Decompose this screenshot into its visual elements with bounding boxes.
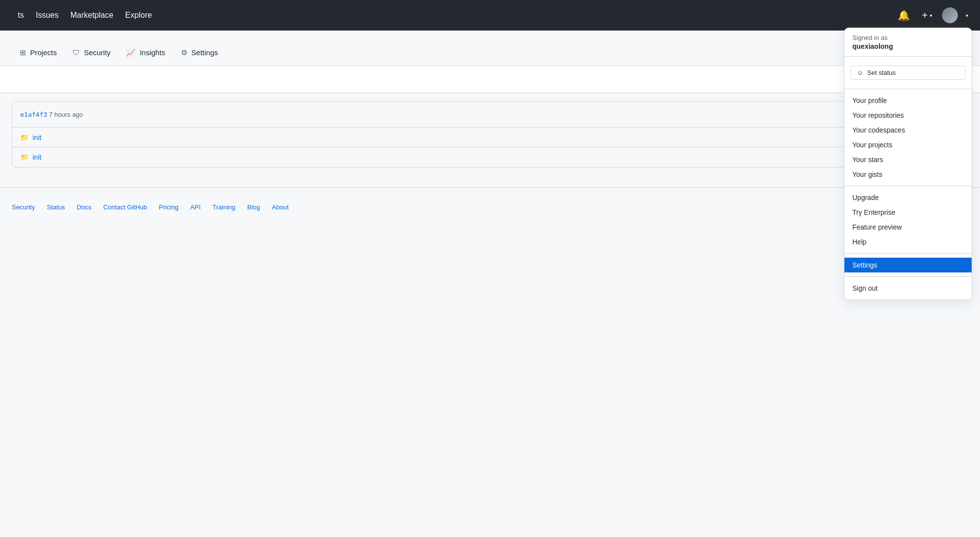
tab-insights-label: Insights	[140, 48, 165, 57]
menu-item-repos[interactable]: Your repositories	[844, 108, 972, 123]
table-row: 📁 init init	[12, 128, 968, 147]
dropdown-section-signout: Sign out	[844, 277, 972, 300]
header-nav: ts Issues Marketplace Explore	[12, 8, 158, 23]
repo-action-bar: 👁 Unwatch 1 ▾ ⑂ Fork 0	[0, 66, 980, 93]
nav-item-ts[interactable]: ts	[12, 8, 30, 23]
file-table-header: e1af4f3 7 hours ago Go to file Add fi	[12, 101, 968, 128]
tab-insights[interactable]: 📈 Insights	[118, 40, 173, 66]
dropdown-username: quexiaolong	[852, 42, 964, 50]
user-dropdown-menu: Signed in as quexiaolong ☺ Set status Yo…	[844, 28, 972, 300]
dropdown-section-upgrade: Upgrade Try Enterprise Feature preview H…	[844, 186, 972, 254]
tab-settings-label: Settings	[191, 48, 218, 57]
menu-item-help[interactable]: Help	[844, 235, 972, 249]
dropdown-section-settings: Settings	[844, 254, 972, 277]
avatar	[942, 7, 958, 23]
set-status-label: Set status	[867, 69, 896, 76]
footer-link-pricing[interactable]: Pricing	[159, 203, 178, 211]
commit-time: 7 hours ago	[49, 111, 83, 118]
menu-item-gists[interactable]: Your gists	[844, 167, 972, 182]
main-header: ts Issues Marketplace Explore 🔔 + ▾ ▾	[0, 0, 980, 31]
dropdown-section-profile: Your profile Your repositories Your code…	[844, 89, 972, 186]
tab-projects-label: Projects	[30, 48, 57, 57]
menu-item-projects[interactable]: Your projects	[844, 137, 972, 152]
menu-item-stars[interactable]: Your stars	[844, 152, 972, 167]
commit-hash: e1af4f3	[20, 111, 47, 118]
tab-settings[interactable]: ⚙ Settings	[173, 40, 226, 66]
plus-icon: +	[922, 10, 928, 21]
menu-item-feature-preview[interactable]: Feature preview	[844, 220, 972, 235]
footer-link-security[interactable]: Security	[12, 203, 35, 211]
page-footer: Security Status Docs Contact GitHub Pric…	[0, 187, 980, 227]
footer-link-about[interactable]: About	[272, 203, 289, 211]
footer-link-blog[interactable]: Blog	[247, 203, 260, 211]
menu-item-profile[interactable]: Your profile	[844, 93, 972, 108]
bell-icon: 🔔	[898, 9, 910, 21]
table-row: 📁 init init	[12, 147, 968, 167]
insights-icon: 📈	[126, 48, 136, 57]
footer-link-training[interactable]: Training	[212, 203, 235, 211]
tab-security-label: Security	[84, 48, 110, 57]
menu-item-upgrade[interactable]: Upgrade	[844, 190, 972, 205]
footer-link-contact[interactable]: Contact GitHub	[103, 203, 147, 211]
security-icon: 🛡	[72, 48, 80, 57]
footer-link-api[interactable]: API	[190, 203, 201, 211]
nav-item-issues[interactable]: Issues	[30, 8, 64, 23]
nav-item-explore[interactable]: Explore	[119, 8, 158, 23]
file-table: e1af4f3 7 hours ago Go to file Add fi 📁 …	[12, 101, 968, 168]
folder-icon: 📁	[20, 153, 29, 161]
menu-item-enterprise[interactable]: Try Enterprise	[844, 205, 972, 220]
caret-down-icon: ▾	[930, 13, 932, 18]
projects-icon: ⊞	[20, 48, 26, 57]
signed-in-as-text: Signed in as	[852, 34, 964, 41]
set-status-button[interactable]: ☺ Set status	[850, 66, 966, 80]
notification-button[interactable]: 🔔	[896, 7, 912, 23]
settings-icon: ⚙	[181, 48, 187, 57]
folder-icon: 📁	[20, 134, 29, 141]
tab-security[interactable]: 🛡 Security	[65, 40, 118, 66]
tab-projects[interactable]: ⊞ Projects	[12, 40, 65, 66]
file-name-1[interactable]: 📁 init	[20, 153, 861, 161]
new-item-button[interactable]: + ▾	[920, 8, 934, 23]
repo-tabs-bar: ⊞ Projects 🛡 Security 📈 Insights ⚙ Setti…	[0, 40, 980, 66]
commit-info: e1af4f3 7 hours ago	[20, 111, 83, 118]
menu-item-sign-out[interactable]: Sign out	[844, 281, 972, 296]
dropdown-header: Signed in as quexiaolong	[844, 28, 972, 57]
header-right: 🔔 + ▾ ▾	[896, 7, 968, 23]
avatar-button[interactable]	[942, 7, 958, 23]
avatar-caret: ▾	[966, 13, 968, 18]
file-name-0[interactable]: 📁 init	[20, 134, 861, 141]
page-content: ⊞ Projects 🛡 Security 📈 Insights ⚙ Setti…	[0, 31, 980, 227]
smiley-icon: ☺	[857, 69, 863, 76]
menu-item-codespaces[interactable]: Your codespaces	[844, 123, 972, 137]
footer-link-status[interactable]: Status	[47, 203, 65, 211]
menu-item-settings[interactable]: Settings	[844, 258, 972, 272]
footer-link-docs[interactable]: Docs	[77, 203, 92, 211]
nav-item-marketplace[interactable]: Marketplace	[65, 8, 119, 23]
